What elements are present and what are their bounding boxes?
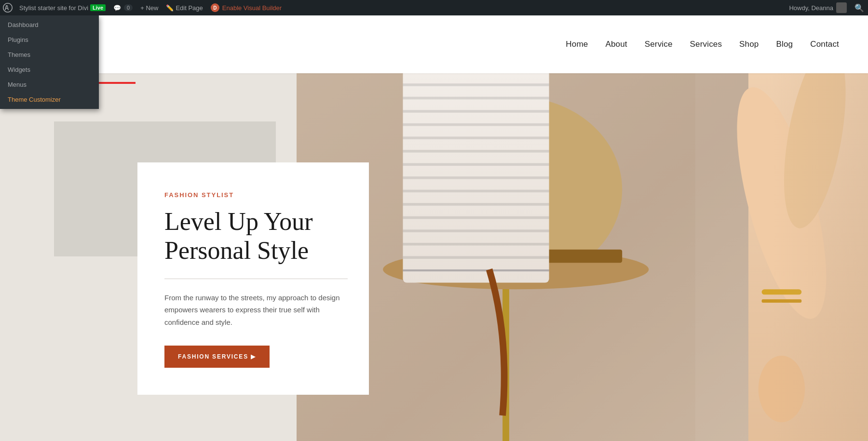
nav-contact[interactable]: Contact xyxy=(810,40,839,49)
dropdown-item-widgets[interactable]: Widgets xyxy=(0,62,99,77)
svg-rect-16 xyxy=(403,136,549,139)
nav-shop[interactable]: Shop xyxy=(739,40,759,49)
svg-rect-18 xyxy=(403,163,549,166)
live-badge: Live xyxy=(90,4,106,11)
dropdown-item-dashboard[interactable]: Dashboard xyxy=(0,17,99,32)
hero-button[interactable]: FASHION SERVICES ▶ xyxy=(164,346,270,368)
dropdown-item-menus[interactable]: Menus xyxy=(0,77,99,92)
search-icon-item[interactable]: 🔍 xyxy=(851,3,868,13)
hero-title: Level Up Your Personal Style xyxy=(164,207,342,265)
hero-divider xyxy=(164,279,348,279)
divi-icon: D xyxy=(211,3,219,12)
dropdown-item-themes[interactable]: Themes xyxy=(0,47,99,62)
greeting-text: Howdy, Deanna xyxy=(789,4,833,12)
site-header: D Home About Service Services Shop Blog … xyxy=(0,15,868,73)
nav-blog[interactable]: Blog xyxy=(776,40,793,49)
nav-service[interactable]: Service xyxy=(645,40,673,49)
svg-rect-14 xyxy=(403,110,549,113)
svg-rect-23 xyxy=(403,229,549,232)
site-name-text: Stylist starter site for Divi xyxy=(19,4,88,12)
hero-overlay xyxy=(772,73,868,441)
new-item[interactable]: + New xyxy=(136,0,162,15)
site-name-item[interactable]: Stylist starter site for Divi Live xyxy=(15,0,109,15)
svg-rect-19 xyxy=(403,176,549,179)
divi-item[interactable]: D Enable Visual Builder xyxy=(207,0,285,15)
new-label: + New xyxy=(140,4,158,12)
svg-rect-17 xyxy=(403,150,549,153)
nav-services[interactable]: Services xyxy=(690,40,722,49)
hero-category: FASHION STYLIST xyxy=(164,191,342,199)
nav-home[interactable]: Home xyxy=(566,40,588,49)
svg-rect-26 xyxy=(403,269,549,271)
dropdown-menu: Dashboard Plugins Themes Widgets Menus T… xyxy=(0,15,99,109)
divi-label: Enable Visual Builder xyxy=(222,4,282,12)
svg-rect-24 xyxy=(403,243,549,246)
svg-rect-22 xyxy=(403,216,549,219)
svg-rect-21 xyxy=(403,203,549,206)
search-icon: 🔍 xyxy=(854,3,864,13)
comments-item[interactable]: 💬 0 xyxy=(109,0,136,15)
hero-section: FASHION STYLIST Level Up Your Personal S… xyxy=(0,73,868,441)
main-content: FASHION STYLIST Level Up Your Personal S… xyxy=(0,73,868,441)
hero-card: FASHION STYLIST Level Up Your Personal S… xyxy=(137,162,369,395)
avatar xyxy=(836,2,847,13)
svg-rect-15 xyxy=(403,123,549,126)
dropdown-item-theme-customizer[interactable]: Theme Customizer xyxy=(0,92,99,107)
admin-bar: Stylist starter site for Divi Live 💬 0 +… xyxy=(0,0,868,15)
admin-bar-right: Howdy, Deanna 🔍 xyxy=(785,2,868,13)
hero-description: From the runway to the streets, my appro… xyxy=(164,292,342,329)
hero-image-area xyxy=(297,73,868,441)
edit-page-item[interactable]: ✏️ Edit Page xyxy=(162,0,206,15)
wp-logo[interactable] xyxy=(0,0,15,15)
site-nav: Home About Service Services Shop Blog Co… xyxy=(566,40,839,49)
nav-about[interactable]: About xyxy=(605,40,627,49)
comment-count: 0 xyxy=(124,4,133,11)
svg-rect-12 xyxy=(403,83,549,86)
svg-rect-25 xyxy=(403,256,549,259)
dropdown-item-plugins[interactable]: Plugins xyxy=(0,32,99,47)
edit-page-label: Edit Page xyxy=(176,4,203,12)
svg-rect-13 xyxy=(403,97,549,100)
user-greeting[interactable]: Howdy, Deanna xyxy=(785,2,851,13)
svg-rect-20 xyxy=(403,190,549,193)
